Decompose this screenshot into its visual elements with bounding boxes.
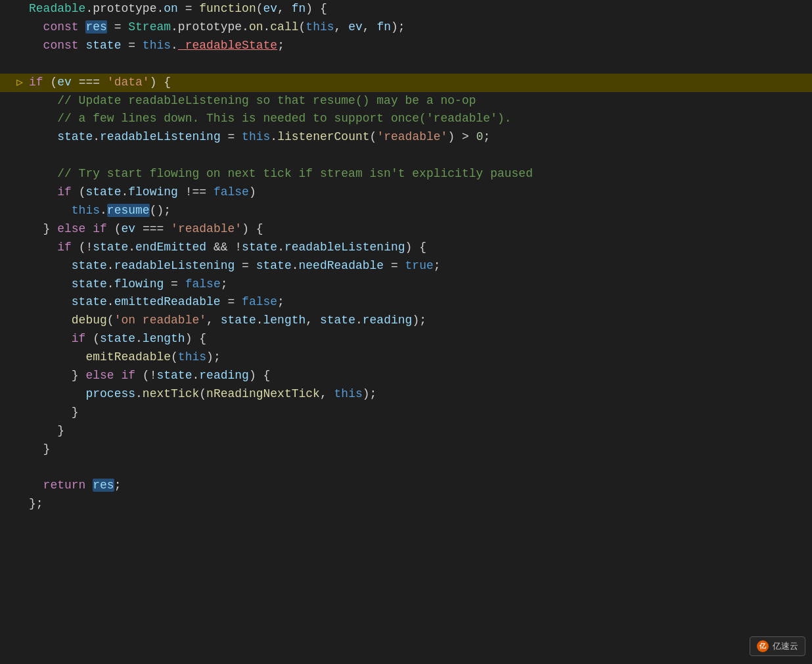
code-text-23: } [29, 404, 812, 422]
code-text-19: if (state.length) { [29, 330, 812, 348]
code-text-25: } [29, 440, 812, 459]
code-text-11: if (state.flowing !== false) [29, 183, 812, 202]
code-text-15: state.readableListening = state.needRead… [29, 257, 812, 275]
breakpoint-5: ▷ [11, 75, 29, 91]
code-text-7: // a few lines down. This is needed to s… [29, 110, 812, 128]
code-line-6: // Update readableListening so that resu… [0, 92, 812, 110]
code-text-6: // Update readableListening so that resu… [29, 92, 812, 110]
code-line-25: } [0, 440, 812, 459]
code-line-10: // Try start flowing on next tick if str… [0, 165, 812, 183]
code-text-28: }; [29, 495, 812, 513]
code-line-26 [0, 458, 812, 477]
code-line-21: } else if (!state.reading) { [0, 367, 812, 385]
watermark: 亿 亿速云 [750, 636, 805, 656]
code-line-16: state.flowing = false; [0, 275, 812, 294]
breakpoint-arrow-icon: ▷ [16, 75, 23, 91]
code-line-8: state.readableListening = this.listenerC… [0, 128, 812, 147]
code-line-19: if (state.length) { [0, 330, 812, 348]
code-line-17: state.emittedReadable = false; [0, 293, 812, 312]
code-line-13: } else if (ev === 'readable') { [0, 220, 812, 239]
code-line-15: state.readableListening = state.needRead… [0, 257, 812, 275]
code-text-13: } else if (ev === 'readable') { [29, 220, 812, 239]
code-line-14: if (!state.endEmitted && !state.readable… [0, 239, 812, 257]
watermark-logo: 亿 [757, 640, 769, 652]
code-line-22: process.nextTick(nReadingNextTick, this)… [0, 385, 812, 404]
code-line-5: ▷ if (ev === 'data') { [0, 74, 812, 92]
code-text-22: process.nextTick(nReadingNextTick, this)… [29, 385, 812, 404]
code-line-20: emitReadable(this); [0, 348, 812, 367]
code-text-8: state.readableListening = this.listenerC… [29, 128, 812, 147]
code-line-28: }; [0, 495, 812, 513]
code-text-20: emitReadable(this); [29, 348, 812, 367]
code-line-4 [0, 55, 812, 74]
code-text-10: // Try start flowing on next tick if str… [29, 165, 812, 183]
code-text-2: const res = Stream.prototype.on.call(thi… [29, 18, 812, 37]
code-text-24: } [29, 422, 812, 440]
code-text-1: Readable.prototype.on = function(ev, fn)… [29, 0, 812, 18]
code-text-27: return res; [29, 477, 812, 495]
code-text-17: state.emittedReadable = false; [29, 293, 812, 312]
code-text-12: this.resume(); [29, 202, 812, 220]
code-text-3: const state = this._readableState; [29, 37, 812, 55]
code-line-12: this.resume(); [0, 202, 812, 220]
code-line-27: return res; [0, 477, 812, 495]
code-line-23: } [0, 404, 812, 422]
code-line-18: debug('on readable', state.length, state… [0, 312, 812, 330]
code-line-2: const res = Stream.prototype.on.call(thi… [0, 18, 812, 37]
code-text-14: if (!state.endEmitted && !state.readable… [29, 239, 812, 257]
code-text-5: if (ev === 'data') { [29, 74, 812, 92]
code-line-9 [0, 147, 812, 165]
code-line-1: Readable.prototype.on = function(ev, fn)… [0, 0, 812, 18]
code-line-11: if (state.flowing !== false) [0, 183, 812, 202]
watermark-label: 亿速云 [773, 640, 798, 653]
code-text-9 [29, 147, 812, 165]
code-text-18: debug('on readable', state.length, state… [29, 312, 812, 330]
code-text-21: } else if (!state.reading) { [29, 367, 812, 385]
code-line-3: const state = this._readableState; [0, 37, 812, 55]
code-text-4 [29, 55, 812, 74]
code-text-26 [29, 458, 812, 477]
code-line-7: // a few lines down. This is needed to s… [0, 110, 812, 128]
code-text-16: state.flowing = false; [29, 275, 812, 294]
code-line-24: } [0, 422, 812, 440]
code-editor: Readable.prototype.on = function(ev, fn)… [0, 0, 812, 664]
